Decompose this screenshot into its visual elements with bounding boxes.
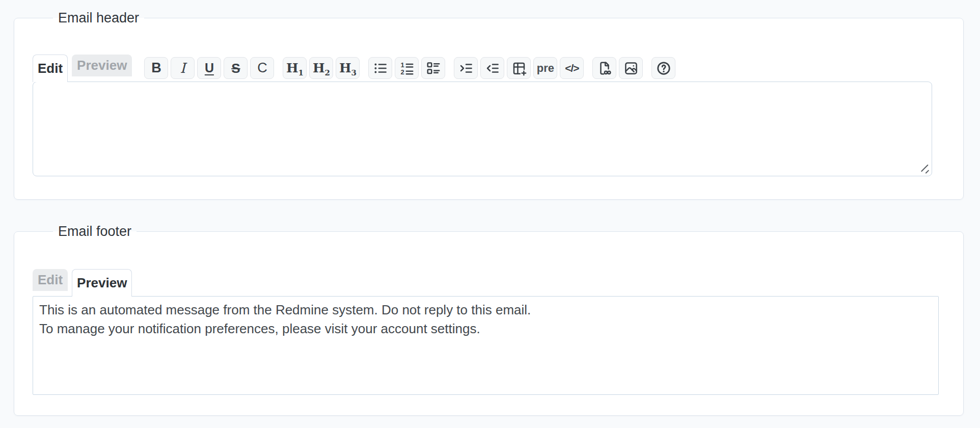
email-footer-preview: This is an automated message from the Re… bbox=[33, 296, 939, 395]
email-header-legend: Email header bbox=[53, 9, 144, 27]
wiki-toolbar: BIUSCH1H2H312pre</> bbox=[144, 57, 675, 79]
email-header-fieldset: Email header Edit Preview BIUSCH1H2H312p… bbox=[14, 9, 964, 200]
toolbar-group: 12 bbox=[368, 57, 445, 79]
strikethrough-glyph: S bbox=[231, 62, 240, 75]
italic-button[interactable]: I bbox=[171, 57, 195, 79]
outdent-icon bbox=[485, 61, 500, 76]
italic-glyph: I bbox=[180, 61, 186, 75]
preformatted-button[interactable]: pre bbox=[533, 57, 557, 79]
toolbar-group bbox=[651, 57, 675, 79]
underline-button[interactable]: U bbox=[197, 57, 221, 79]
toolbar-group: H1H2H3 bbox=[283, 57, 360, 79]
insert-table-button[interactable] bbox=[507, 57, 531, 79]
table-plus-icon bbox=[511, 61, 527, 76]
heading-2-button[interactable]: H2 bbox=[309, 57, 333, 79]
help-icon bbox=[656, 61, 671, 76]
insert-image-button[interactable] bbox=[619, 57, 643, 79]
preformatted-glyph: pre bbox=[537, 63, 554, 74]
help-button[interactable] bbox=[651, 57, 675, 79]
textarea-resize-handle[interactable] bbox=[918, 162, 930, 174]
photo-icon bbox=[623, 61, 639, 76]
list-ul-icon bbox=[373, 61, 388, 76]
strikethrough-button[interactable]: S bbox=[224, 57, 248, 79]
heading-1-button[interactable]: H1 bbox=[283, 57, 307, 79]
preview-text-line: This is an automated message from the Re… bbox=[39, 301, 932, 319]
heading-3-glyph: H3 bbox=[339, 62, 357, 74]
inline-code-button[interactable]: C bbox=[250, 57, 274, 79]
link-file-button[interactable] bbox=[592, 57, 616, 79]
toolbar-group: BIUSC bbox=[144, 57, 274, 79]
blockquote-button[interactable] bbox=[454, 57, 478, 79]
toolbar-group: pre</> bbox=[454, 57, 584, 79]
preview-text-line: To manage your notification preferences,… bbox=[39, 319, 932, 338]
svg-text:2: 2 bbox=[400, 68, 404, 75]
unordered-list-button[interactable] bbox=[368, 57, 392, 79]
underline-glyph: U bbox=[205, 62, 214, 74]
email-header-tabrow: Edit Preview BIUSCH1H2H312pre</> bbox=[33, 55, 948, 82]
email-footer-tabrow: Edit Preview bbox=[33, 269, 948, 296]
code-block-button[interactable]: </> bbox=[560, 57, 584, 79]
email-footer-legend: Email footer bbox=[53, 222, 137, 240]
bold-glyph: B bbox=[151, 61, 161, 75]
email-footer-fieldset: Email footer Edit Preview This is an aut… bbox=[14, 222, 964, 416]
unquote-button[interactable] bbox=[480, 57, 504, 79]
ordered-list-button[interactable]: 12 bbox=[395, 57, 419, 79]
email-header-edit-tab[interactable]: Edit bbox=[33, 55, 68, 82]
code-block-glyph: </> bbox=[565, 63, 579, 73]
indent-icon bbox=[458, 61, 474, 76]
list-check-icon bbox=[426, 61, 441, 76]
heading-2-glyph: H2 bbox=[313, 62, 330, 74]
fieldset-gap bbox=[14, 200, 964, 222]
toolbar-group bbox=[592, 57, 643, 79]
heading-1-glyph: H1 bbox=[286, 62, 304, 74]
email-header-preview-tab[interactable]: Preview bbox=[72, 55, 132, 76]
file-link-icon bbox=[597, 61, 612, 76]
email-footer-edit-tab[interactable]: Edit bbox=[33, 269, 68, 291]
bold-button[interactable]: B bbox=[144, 57, 168, 79]
task-list-button[interactable] bbox=[421, 57, 445, 79]
heading-3-button[interactable]: H3 bbox=[336, 57, 360, 79]
list-ol-icon: 12 bbox=[399, 61, 415, 76]
inline-code-glyph: C bbox=[257, 61, 267, 75]
email-footer-preview-tab[interactable]: Preview bbox=[72, 269, 132, 297]
email-header-textarea[interactable] bbox=[33, 82, 932, 176]
